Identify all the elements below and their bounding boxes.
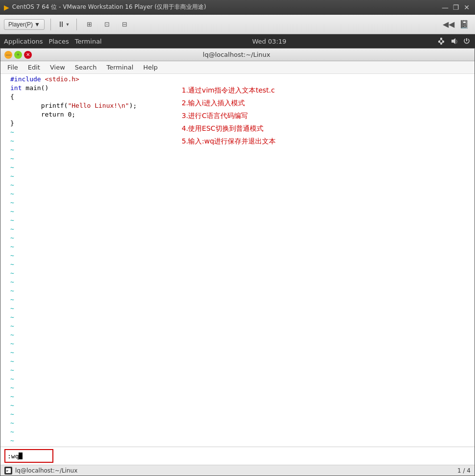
svg-rect-0 (440, 38, 442, 40)
player-dropdown-icon: ▼ (34, 21, 40, 28)
gnome-topbar-right: ) (437, 37, 471, 46)
tilde-line-8: ~ (10, 190, 473, 198)
tilde-line-34: ~ (10, 419, 473, 428)
player-menu-btn[interactable]: Player(P) ▼ (4, 19, 45, 30)
tilde-line-23: ~ (10, 322, 473, 331)
vim-statusbar-right: 1 / 4 (457, 467, 471, 474)
terminal-minimize-btn[interactable]: — (4, 51, 12, 59)
tilde-line-35: ~ (10, 428, 473, 436)
network-icon[interactable] (437, 37, 446, 46)
vim-statusbar: lq@localhost:~/Linux 1 / 4 (0, 465, 475, 476)
vim-statusbar-left: lq@localhost:~/Linux (4, 467, 77, 475)
power-icon[interactable] (462, 37, 471, 46)
unity-icon: ⊟ (122, 21, 127, 28)
terminal-maximize-btn[interactable]: + (14, 51, 22, 59)
vmware-close-btn[interactable]: ✕ (462, 3, 471, 12)
send-ctrl-alt-del-btn[interactable]: ⊞ (83, 18, 96, 31)
fullscreen-icon: ⊡ (104, 21, 110, 28)
svg-rect-11 (6, 470, 8, 471)
vmware-toolbar: Player(P) ▼ ⏸ ▼ ⊞ ⊡ ⊟ ◀◀ 📓 (0, 15, 475, 34)
vim-cmdline-area: :wq (0, 447, 475, 465)
terminal-window: — + ✕ lq@localhost:~/Linux File Edit Vie… (0, 48, 475, 476)
tilde-line-7: ~ (10, 181, 473, 190)
tilde-line-19: ~ (10, 286, 473, 295)
svg-marker-8 (451, 38, 455, 44)
vim-statusbar-position: 1 / 4 (457, 467, 471, 474)
svg-line-4 (439, 40, 441, 41)
tilde-line-16: ~ (10, 260, 473, 269)
gnome-topbar: Applications Places Terminal Wed 03:19 ) (0, 34, 475, 48)
tilde-line-25: ~ (10, 339, 473, 348)
vmware-titlebar: ▶ CentOS 7 64 位 - VMware Workstation 16 … (0, 0, 475, 15)
tilde-line-21: ~ (10, 304, 473, 313)
gnome-applications-menu[interactable]: Applications (4, 38, 43, 45)
tilde-line-30: ~ (10, 383, 473, 392)
vmware-title: CentOS 7 64 位 - VMware Workstation 16 Pl… (12, 3, 441, 11)
menubar-view[interactable]: View (45, 63, 70, 72)
gnome-places-menu[interactable]: Places (48, 38, 69, 45)
vmware-minimize-btn[interactable]: — (441, 3, 450, 12)
tilde-line-31: ~ (10, 392, 473, 401)
vmware-window-controls: — ❐ ✕ (441, 3, 471, 12)
svg-rect-1 (438, 41, 440, 43)
svg-text:): ) (456, 40, 457, 44)
code-line-1: #include <stdio.h> (10, 75, 473, 84)
vim-annotation: 1.通过vim指令进入文本test.c 2.输入i进入插入模式 3.进行C语言代… (182, 84, 276, 147)
terminal-title: lq@localhost:~/Linux (32, 51, 441, 58)
svg-rect-2 (442, 41, 444, 43)
fullscreen-btn[interactable]: ⊡ (100, 18, 114, 31)
menubar-edit[interactable]: Edit (23, 63, 45, 72)
tilde-line-9: ~ (10, 198, 473, 207)
tilde-line-11: ~ (10, 216, 473, 225)
tilde-line-33: ~ (10, 410, 473, 419)
annotation-line4: 4.使用ESC切换到普通模式 (182, 122, 276, 135)
tilde-line-29: ~ (10, 375, 473, 383)
tilde-line-24: ~ (10, 331, 473, 339)
volume-icon[interactable]: ) (450, 37, 458, 46)
tilde-line-4: ~ (10, 154, 473, 163)
menubar-terminal[interactable]: Terminal (101, 63, 138, 72)
svg-rect-3 (440, 43, 442, 45)
gnome-time: Wed 03:19 (252, 38, 286, 45)
menubar-file[interactable]: File (2, 63, 23, 72)
unity-btn[interactable]: ⊟ (118, 18, 132, 31)
back-icon: ◀◀ (443, 20, 454, 29)
gnome-topbar-center: Wed 03:19 (102, 38, 437, 45)
pause-icon: ⏸ (57, 20, 65, 29)
vim-line-numbers (0, 74, 8, 447)
terminal-menubar: File Edit View Search Terminal Help (0, 61, 475, 74)
toolbar-separator-1 (50, 19, 51, 30)
ctrl-alt-del-icon: ⊞ (87, 21, 92, 28)
pause-btn[interactable]: ⏸ ▼ (57, 18, 71, 31)
tilde-line-10: ~ (10, 207, 473, 216)
svg-line-5 (441, 40, 443, 41)
terminal-titlebar: — + ✕ lq@localhost:~/Linux (0, 48, 475, 61)
vmware-icon: ▶ (4, 3, 9, 11)
vim-cursor (19, 452, 23, 459)
vmware-restore-btn[interactable]: ❐ (451, 3, 460, 12)
tilde-line-15: ~ (10, 251, 473, 260)
gnome-terminal-menu[interactable]: Terminal (75, 38, 102, 45)
tilde-line-32: ~ (10, 401, 473, 410)
tilde-line-18: ~ (10, 278, 473, 286)
vim-editor[interactable]: #include <stdio.h>int main(){ printf("He… (0, 74, 475, 447)
back-btn[interactable]: ◀◀ (442, 18, 455, 31)
menubar-help[interactable]: Help (138, 63, 163, 72)
toolbar-separator-2 (76, 19, 77, 30)
terminal-close-btn[interactable]: ✕ (24, 51, 32, 59)
annotation-line1: 1.通过vim指令进入文本test.c (182, 84, 276, 96)
tilde-line-13: ~ (10, 234, 473, 242)
menubar-search[interactable]: Search (70, 63, 102, 72)
tilde-line-5: ~ (10, 163, 473, 172)
notebook-btn[interactable]: 📓 (457, 18, 471, 31)
annotation-line3: 3.进行C语言代码编写 (182, 109, 276, 122)
tilde-line-37: ~ (10, 445, 473, 447)
player-label: Player(P) (8, 21, 33, 28)
annotation-line2: 2.输入i进入插入模式 (182, 96, 276, 109)
pause-dropdown-icon: ▼ (65, 22, 70, 27)
notebook-icon: 📓 (459, 20, 469, 29)
annotation-line5: 5.输入:wq进行保存并退出文本 (182, 135, 276, 147)
terminal-status-icon (4, 467, 12, 475)
vim-statusbar-host: lq@localhost:~/Linux (15, 467, 77, 474)
tilde-line-36: ~ (10, 436, 473, 445)
